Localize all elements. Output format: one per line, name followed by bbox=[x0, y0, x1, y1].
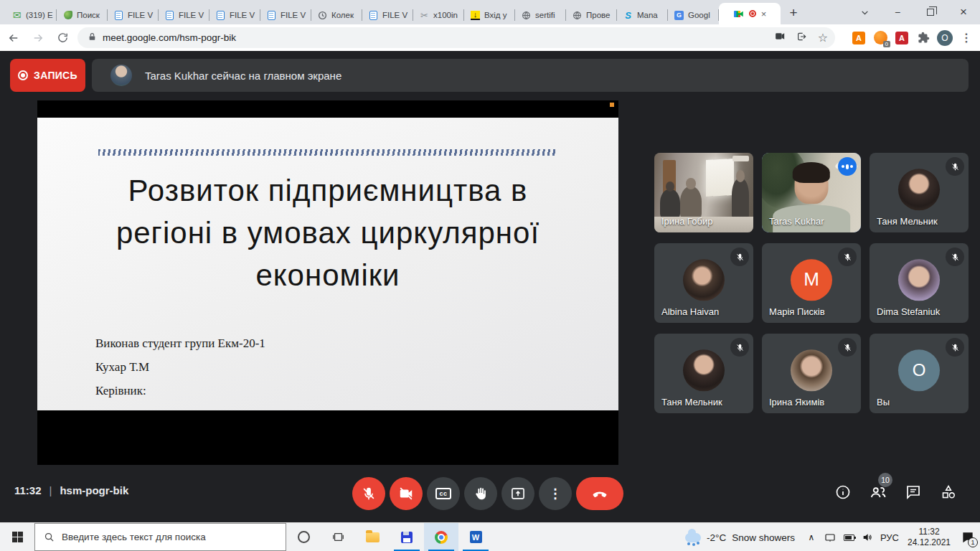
browser-tab-file-5[interactable]: FILE V bbox=[362, 6, 413, 24]
start-button[interactable] bbox=[0, 523, 34, 551]
mic-off-icon bbox=[946, 338, 964, 357]
mic-off-icon bbox=[838, 248, 857, 266]
browser-tab-vhid[interactable]: ↓ Вхід у bbox=[464, 6, 515, 24]
chrome-button[interactable] bbox=[424, 523, 458, 551]
profile-avatar[interactable]: O bbox=[937, 30, 953, 46]
recording-label: ЗАПИСЬ bbox=[34, 70, 77, 81]
reload-button[interactable] bbox=[52, 27, 73, 49]
word-button[interactable]: W bbox=[458, 523, 493, 551]
cortana-icon bbox=[298, 531, 310, 543]
battery-icon[interactable] bbox=[839, 523, 858, 551]
browser-tab-file-2[interactable]: FILE V bbox=[159, 6, 209, 24]
participant-avatar bbox=[898, 169, 940, 210]
credit-line: Мельничук І.В bbox=[95, 408, 265, 410]
raise-hand-button[interactable] bbox=[464, 477, 497, 510]
shared-screen-presentation[interactable]: Розвиток підприємництва в регіоні в умов… bbox=[37, 100, 618, 465]
share-icon[interactable] bbox=[796, 31, 808, 45]
browser-tab-mana[interactable]: S Mana bbox=[617, 6, 668, 24]
browser-tab-search[interactable]: Поиск bbox=[57, 6, 108, 24]
browser-toolbar: meet.google.com/hsm-pogr-bik ☆ A 0 A O ⋮ bbox=[0, 24, 980, 51]
slide-decorative-line bbox=[98, 149, 557, 156]
participant-name: Ірина Гобир bbox=[661, 216, 712, 227]
tab-search-chevron-icon[interactable] bbox=[848, 0, 881, 24]
restore-button[interactable] bbox=[914, 0, 947, 24]
download-icon: ↓ bbox=[470, 10, 481, 21]
close-window-button[interactable]: × bbox=[947, 0, 980, 24]
new-tab-button[interactable]: + bbox=[783, 3, 804, 23]
participant-tile-you[interactable]: O Вы bbox=[870, 334, 969, 413]
recording-indicator-button[interactable]: ЗАПИСЬ bbox=[10, 59, 85, 92]
tab-label: (319) Е bbox=[26, 11, 54, 19]
participant-tile-iryna-hobyr[interactable]: Ірина Гобир bbox=[654, 153, 753, 232]
participant-tile-iryna-yakymiv[interactable]: Ірина Якимів bbox=[762, 334, 861, 413]
meet-app: ЗАПИСЬ Taras Kukhar сейчас на главном эк… bbox=[0, 51, 980, 522]
browser-tab-prove[interactable]: Прове bbox=[566, 6, 617, 24]
captions-button[interactable]: cc bbox=[427, 477, 460, 510]
participant-tile-maria-pyskiv[interactable]: M Марія Писків bbox=[762, 243, 861, 323]
volume-icon[interactable] bbox=[858, 523, 877, 551]
browser-tab-sertifi[interactable]: sertifi bbox=[515, 6, 566, 24]
adobe-extension-icon[interactable]: A bbox=[894, 30, 910, 46]
taskbar-search-input[interactable]: Введите здесь текст для поиска bbox=[34, 523, 286, 551]
word-icon: W bbox=[470, 531, 482, 543]
antivirus-extension-icon[interactable]: 0 bbox=[872, 30, 888, 46]
browser-tab-mail[interactable]: ✉ (319) Е bbox=[6, 6, 57, 24]
participant-tile-tanya-melnyk-2[interactable]: Таня Мельник bbox=[654, 334, 753, 413]
meeting-info: 11:32 | hsm-pogr-bik bbox=[14, 484, 128, 496]
browser-tab-x100[interactable]: ✂ x100in bbox=[413, 6, 464, 24]
tab-recording-icon bbox=[749, 10, 756, 17]
present-screen-button[interactable] bbox=[501, 477, 534, 510]
meeting-code: hsm-pogr-bik bbox=[60, 484, 128, 496]
screen-cast-icon[interactable] bbox=[821, 523, 839, 551]
url-text[interactable]: meet.google.com/hsm-pogr-bik bbox=[103, 32, 236, 43]
browser-menu-icon[interactable]: ⋮ bbox=[958, 30, 974, 46]
browser-tab-file-3[interactable]: FILE V bbox=[209, 6, 260, 24]
shopping-extension-icon[interactable]: A bbox=[851, 30, 867, 46]
extensions-puzzle-icon[interactable] bbox=[915, 30, 931, 46]
tab-close-icon[interactable]: × bbox=[761, 9, 767, 19]
forward-button[interactable] bbox=[27, 27, 49, 49]
bookmark-star-icon[interactable]: ☆ bbox=[818, 31, 828, 44]
mic-muted-button[interactable] bbox=[352, 477, 385, 510]
meeting-panel-icons: 10 bbox=[834, 483, 958, 501]
participant-tile-dima-stefaniuk[interactable]: Dima Stefaniuk bbox=[870, 243, 969, 323]
task-view-icon bbox=[332, 531, 344, 543]
browser-tab-file-1[interactable]: FILE V bbox=[108, 6, 159, 24]
taskbar-clock[interactable]: 11:32 24.12.2021 bbox=[903, 523, 956, 551]
file-explorer-button[interactable] bbox=[355, 523, 390, 551]
file-icon bbox=[215, 10, 226, 21]
end-call-button[interactable] bbox=[576, 477, 623, 510]
more-options-button[interactable]: ⋮ bbox=[539, 477, 572, 510]
tab-camera-in-use-icon[interactable] bbox=[774, 30, 786, 45]
hidden-icons-chevron[interactable]: ∧ bbox=[802, 523, 821, 551]
meeting-details-button[interactable] bbox=[834, 483, 852, 501]
browser-tab-kolek[interactable]: Колек bbox=[311, 6, 362, 24]
back-button[interactable] bbox=[3, 27, 24, 49]
weather-widget[interactable]: -2°C Snow showers bbox=[678, 523, 802, 551]
participants-button[interactable]: 10 bbox=[869, 483, 887, 501]
action-center-button[interactable]: 1 bbox=[956, 523, 980, 551]
address-bar[interactable]: meet.google.com/hsm-pogr-bik ☆ bbox=[77, 27, 835, 48]
floppy-app-button[interactable] bbox=[390, 523, 424, 551]
minimize-button[interactable]: − bbox=[881, 0, 914, 24]
language-indicator[interactable]: РУС bbox=[877, 523, 903, 551]
activities-button[interactable] bbox=[939, 483, 958, 501]
cortana-button[interactable] bbox=[286, 523, 321, 551]
lock-icon[interactable] bbox=[88, 32, 97, 44]
browser-tab-file-4[interactable]: FILE V bbox=[260, 6, 311, 24]
chat-button[interactable] bbox=[904, 483, 923, 501]
scissors-icon: ✂ bbox=[419, 10, 430, 21]
weather-condition: Snow showers bbox=[732, 532, 795, 543]
browser-tab-translate[interactable]: G Googl bbox=[668, 6, 719, 24]
browser-tab-meet-active[interactable]: × bbox=[719, 3, 781, 24]
participant-name: Taras Kukhar bbox=[769, 216, 824, 227]
mic-off-icon bbox=[730, 338, 749, 357]
participant-tile-tanya-melnyk-1[interactable]: Таня Мельник bbox=[870, 153, 969, 232]
browser-tab-strip: ✉ (319) Е Поиск FILE V FILE V FILE V bbox=[0, 0, 980, 24]
camera-off-button[interactable] bbox=[390, 477, 423, 510]
file-icon bbox=[266, 10, 277, 21]
slide-record-dot bbox=[610, 103, 614, 107]
participant-tile-albina-haivan[interactable]: Albina Haivan bbox=[654, 243, 753, 323]
participant-tile-taras-kukhar[interactable]: Taras Kukhar bbox=[762, 153, 861, 232]
task-view-button[interactable] bbox=[321, 523, 355, 551]
